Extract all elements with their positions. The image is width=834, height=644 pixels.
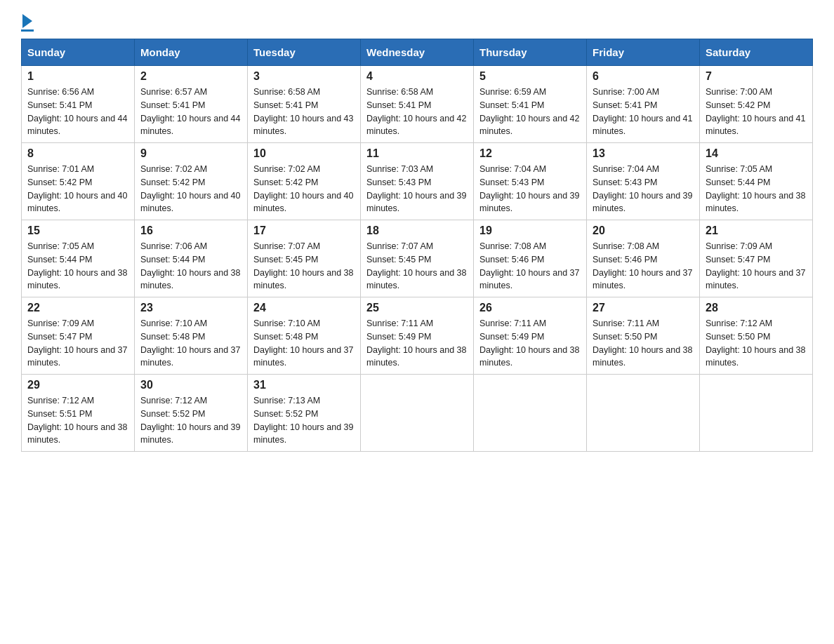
sunrise-label: Sunrise: 7:11 AM xyxy=(479,318,546,328)
sunrise-label: Sunrise: 7:13 AM xyxy=(253,396,320,405)
day-info: Sunrise: 7:02 AM Sunset: 5:42 PM Dayligh… xyxy=(253,163,355,215)
sunrise-label: Sunrise: 7:08 AM xyxy=(593,241,659,251)
day-info: Sunrise: 7:06 AM Sunset: 5:44 PM Dayligh… xyxy=(140,240,241,293)
day-info: Sunrise: 7:03 AM Sunset: 5:43 PM Dayligh… xyxy=(366,163,468,215)
day-number: 13 xyxy=(593,147,694,160)
sunset-label: Sunset: 5:42 PM xyxy=(27,177,92,187)
daylight-label: Daylight: 10 hours and 42 minutes. xyxy=(479,114,579,137)
daylight-label: Daylight: 10 hours and 39 minutes. xyxy=(366,191,466,214)
day-info: Sunrise: 6:56 AM Sunset: 5:41 PM Dayligh… xyxy=(27,86,128,138)
daylight-label: Daylight: 10 hours and 42 minutes. xyxy=(366,114,466,137)
daylight-label: Daylight: 10 hours and 37 minutes. xyxy=(253,345,353,368)
daylight-label: Daylight: 10 hours and 41 minutes. xyxy=(706,114,805,137)
calendar-cell: 31 Sunrise: 7:13 AM Sunset: 5:52 PM Dayl… xyxy=(248,375,361,452)
day-number: 1 xyxy=(27,70,128,83)
sunset-label: Sunset: 5:46 PM xyxy=(479,255,544,264)
day-info: Sunrise: 7:12 AM Sunset: 5:52 PM Dayligh… xyxy=(140,394,241,447)
day-info: Sunrise: 6:57 AM Sunset: 5:41 PM Dayligh… xyxy=(140,86,241,138)
day-number: 9 xyxy=(140,147,241,160)
header-tuesday: Tuesday xyxy=(248,39,361,66)
sunrise-label: Sunrise: 7:00 AM xyxy=(706,87,772,97)
sunrise-label: Sunrise: 7:02 AM xyxy=(253,164,320,174)
calendar-cell: 23 Sunrise: 7:10 AM Sunset: 5:48 PM Dayl… xyxy=(135,297,248,375)
sunrise-label: Sunrise: 7:06 AM xyxy=(140,241,207,251)
sunrise-label: Sunrise: 6:58 AM xyxy=(253,87,320,97)
calendar-cell xyxy=(587,375,700,452)
day-info: Sunrise: 7:10 AM Sunset: 5:48 PM Dayligh… xyxy=(253,317,355,370)
calendar-cell: 8 Sunrise: 7:01 AM Sunset: 5:42 PM Dayli… xyxy=(22,143,135,220)
day-number: 16 xyxy=(140,224,241,237)
daylight-label: Daylight: 10 hours and 37 minutes. xyxy=(593,268,692,291)
daylight-label: Daylight: 10 hours and 39 minutes. xyxy=(593,191,692,214)
day-number: 21 xyxy=(706,224,807,237)
sunset-label: Sunset: 5:50 PM xyxy=(593,332,657,342)
sunrise-label: Sunrise: 7:01 AM xyxy=(27,164,94,174)
day-info: Sunrise: 7:00 AM Sunset: 5:41 PM Dayligh… xyxy=(593,86,694,138)
sunrise-label: Sunrise: 7:04 AM xyxy=(593,164,659,174)
day-number: 20 xyxy=(593,224,694,237)
calendar-cell: 5 Sunrise: 6:59 AM Sunset: 5:41 PM Dayli… xyxy=(474,66,587,143)
calendar-cell: 17 Sunrise: 7:07 AM Sunset: 5:45 PM Dayl… xyxy=(248,220,361,297)
daylight-label: Daylight: 10 hours and 38 minutes. xyxy=(253,268,353,291)
calendar-cell: 27 Sunrise: 7:11 AM Sunset: 5:50 PM Dayl… xyxy=(587,297,700,375)
day-number: 17 xyxy=(253,224,355,237)
daylight-label: Daylight: 10 hours and 41 minutes. xyxy=(593,114,692,137)
sunset-label: Sunset: 5:47 PM xyxy=(706,255,770,264)
day-number: 22 xyxy=(27,302,128,314)
daylight-label: Daylight: 10 hours and 40 minutes. xyxy=(253,191,353,214)
day-number: 30 xyxy=(140,379,241,391)
day-info: Sunrise: 7:00 AM Sunset: 5:42 PM Dayligh… xyxy=(706,86,807,138)
calendar-cell: 4 Sunrise: 6:58 AM Sunset: 5:41 PM Dayli… xyxy=(361,66,474,143)
day-info: Sunrise: 7:07 AM Sunset: 5:45 PM Dayligh… xyxy=(366,240,468,293)
sunset-label: Sunset: 5:43 PM xyxy=(479,177,544,187)
sunrise-label: Sunrise: 7:12 AM xyxy=(140,396,207,405)
sunset-label: Sunset: 5:44 PM xyxy=(27,255,92,264)
day-info: Sunrise: 7:10 AM Sunset: 5:48 PM Dayligh… xyxy=(140,317,241,370)
header-wednesday: Wednesday xyxy=(361,39,474,66)
calendar-header-row: Sunday Monday Tuesday Wednesday Thursday… xyxy=(22,39,813,66)
day-number: 11 xyxy=(366,147,468,160)
header-thursday: Thursday xyxy=(474,39,587,66)
logo xyxy=(21,14,34,32)
sunrise-label: Sunrise: 7:11 AM xyxy=(366,318,433,328)
daylight-label: Daylight: 10 hours and 40 minutes. xyxy=(140,191,240,214)
logo-text xyxy=(21,14,34,28)
daylight-label: Daylight: 10 hours and 38 minutes. xyxy=(366,268,466,291)
page-header xyxy=(21,14,813,32)
sunrise-label: Sunrise: 7:09 AM xyxy=(706,241,772,251)
day-number: 2 xyxy=(140,70,241,83)
calendar-cell xyxy=(700,375,813,452)
day-info: Sunrise: 7:11 AM Sunset: 5:49 PM Dayligh… xyxy=(366,317,468,370)
daylight-label: Daylight: 10 hours and 38 minutes. xyxy=(593,345,692,368)
sunset-label: Sunset: 5:42 PM xyxy=(140,177,205,187)
day-info: Sunrise: 7:05 AM Sunset: 5:44 PM Dayligh… xyxy=(706,163,807,215)
day-info: Sunrise: 7:12 AM Sunset: 5:50 PM Dayligh… xyxy=(706,317,807,370)
calendar-cell: 20 Sunrise: 7:08 AM Sunset: 5:46 PM Dayl… xyxy=(587,220,700,297)
header-saturday: Saturday xyxy=(700,39,813,66)
sunset-label: Sunset: 5:50 PM xyxy=(706,332,770,342)
day-info: Sunrise: 7:12 AM Sunset: 5:51 PM Dayligh… xyxy=(27,394,128,447)
sunset-label: Sunset: 5:44 PM xyxy=(706,177,770,187)
sunset-label: Sunset: 5:52 PM xyxy=(253,409,318,419)
daylight-label: Daylight: 10 hours and 39 minutes. xyxy=(253,422,353,445)
calendar-cell xyxy=(474,375,587,452)
day-info: Sunrise: 7:07 AM Sunset: 5:45 PM Dayligh… xyxy=(253,240,355,293)
sunrise-label: Sunrise: 7:10 AM xyxy=(140,318,207,328)
sunset-label: Sunset: 5:49 PM xyxy=(366,332,431,342)
calendar-cell: 9 Sunrise: 7:02 AM Sunset: 5:42 PM Dayli… xyxy=(135,143,248,220)
day-number: 27 xyxy=(593,302,694,314)
daylight-label: Daylight: 10 hours and 38 minutes. xyxy=(140,268,240,291)
calendar-cell xyxy=(361,375,474,452)
day-info: Sunrise: 7:02 AM Sunset: 5:42 PM Dayligh… xyxy=(140,163,241,215)
day-number: 10 xyxy=(253,147,355,160)
daylight-label: Daylight: 10 hours and 37 minutes. xyxy=(140,345,240,368)
sunrise-label: Sunrise: 6:58 AM xyxy=(366,87,433,97)
sunrise-label: Sunrise: 6:59 AM xyxy=(479,87,546,97)
day-info: Sunrise: 7:11 AM Sunset: 5:49 PM Dayligh… xyxy=(479,317,581,370)
sunrise-label: Sunrise: 7:02 AM xyxy=(140,164,207,174)
sunrise-label: Sunrise: 7:07 AM xyxy=(366,241,433,251)
day-number: 4 xyxy=(366,70,468,83)
calendar-cell: 7 Sunrise: 7:00 AM Sunset: 5:42 PM Dayli… xyxy=(700,66,813,143)
day-info: Sunrise: 6:59 AM Sunset: 5:41 PM Dayligh… xyxy=(479,86,581,138)
sunrise-label: Sunrise: 7:08 AM xyxy=(479,241,546,251)
